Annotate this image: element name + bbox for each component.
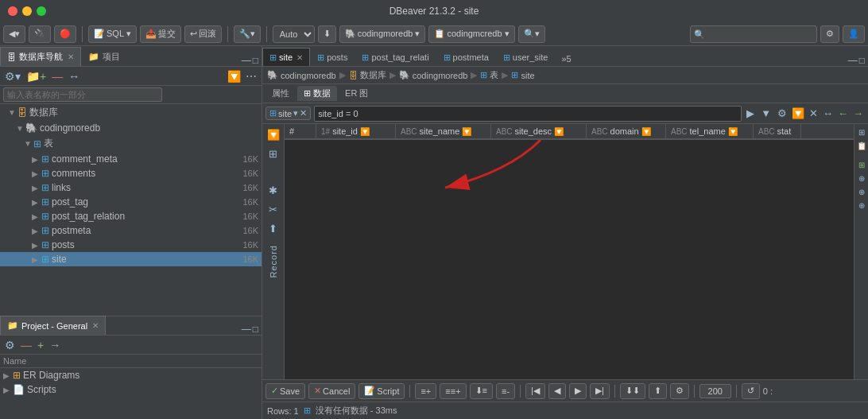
collapse-icon-2[interactable]: —: [242, 324, 251, 335]
filter-button[interactable]: 🔽: [226, 70, 242, 83]
table-search-input[interactable]: [3, 87, 162, 102]
col-filter-btn3[interactable]: ✕: [808, 107, 820, 119]
editor-tab-post_tag_relati[interactable]: ⊞ post_tag_relati: [355, 48, 436, 66]
tree-item-site[interactable]: ▶ ⊞ site 16K: [0, 252, 262, 266]
filter-clear-button[interactable]: ▼: [759, 107, 773, 119]
col-header-tel_name[interactable]: ABC tel_name 🔽: [666, 124, 754, 138]
rt-btn1[interactable]: ⊞: [856, 126, 867, 138]
sub-tab-data[interactable]: ⊞ 数据: [297, 86, 337, 101]
global-search-input[interactable]: [690, 25, 817, 43]
row-copy-button[interactable]: ⬇≡: [470, 383, 493, 399]
filter-tag-cond[interactable]: ✕: [300, 108, 307, 118]
project-tab-close[interactable]: ✕: [92, 321, 99, 330]
sidebar-copy-icon[interactable]: ✂: [265, 200, 282, 218]
nav-back-button[interactable]: ◀▾: [3, 25, 25, 43]
row-add2-button[interactable]: ≡≡+: [440, 383, 466, 399]
minimize-button[interactable]: [22, 6, 32, 16]
add-folder-button[interactable]: 📁+: [25, 70, 48, 83]
tree-item-links[interactable]: ▶ ⊞ links 16K: [0, 180, 262, 195]
tree-item-er-diagrams[interactable]: ▶ ⊞ ER Diagrams: [0, 368, 262, 382]
import-button[interactable]: ⚙: [670, 383, 689, 399]
tree-item-connection[interactable]: ▼ 🐘 codingmoredb: [0, 121, 262, 135]
extra-actions-button[interactable]: 🔍▾: [518, 25, 545, 43]
col-filter-btn5[interactable]: ←: [836, 107, 850, 119]
sidebar-add-row-icon[interactable]: ✱: [265, 181, 282, 199]
col-filter-btn4[interactable]: ↔: [821, 107, 835, 119]
domain-filter-icon[interactable]: 🔽: [641, 127, 651, 136]
tree-item-postmeta[interactable]: ▶ ⊞ postmeta 16K: [0, 223, 262, 238]
transaction-mode-select[interactable]: Auto: [273, 25, 315, 43]
sidebar-grid-icon[interactable]: ⊞: [265, 145, 282, 162]
save-button[interactable]: ✓ Save: [265, 383, 305, 399]
refresh-connection-button[interactable]: ↔: [67, 70, 81, 83]
site-tab-close[interactable]: ✕: [296, 53, 303, 62]
nav-last-button[interactable]: ▶|: [590, 383, 610, 399]
nav-first-button[interactable]: |◀: [525, 383, 545, 399]
editor-tab-posts[interactable]: ⊞ posts: [310, 48, 355, 66]
script-button[interactable]: 📝 Script: [358, 383, 405, 399]
tree-item-tables-folder[interactable]: ▼ ⊞ 表: [0, 135, 262, 152]
sub-tab-properties[interactable]: 属性: [265, 86, 296, 101]
export-button[interactable]: ⬆: [649, 383, 667, 399]
bc-item-db1[interactable]: 🐘 codingmoredb: [267, 70, 336, 80]
site_name-filter-icon[interactable]: 🔽: [462, 127, 471, 136]
col-filter-btn2[interactable]: 🔽: [790, 107, 806, 119]
nav-prev-button[interactable]: ◀: [548, 383, 566, 399]
sub-tab-er[interactable]: ER 图: [339, 86, 374, 101]
col-header-site_id[interactable]: 1# site_id 🔽: [316, 124, 396, 138]
more-button[interactable]: ⋯: [244, 70, 258, 83]
filter-tag-expand[interactable]: ▾: [293, 108, 298, 118]
col-filter-btn6[interactable]: →: [851, 107, 865, 119]
bc-item-tables[interactable]: ⊞ 表: [480, 69, 498, 81]
row-add-button[interactable]: ≡+: [415, 383, 436, 399]
close-button[interactable]: [8, 6, 17, 16]
rt-btn5[interactable]: ⊕: [856, 186, 867, 197]
tree-item-comment_meta[interactable]: ▶ ⊞ comment_meta 16K: [0, 152, 262, 166]
cancel-button[interactable]: ✕ Cancel: [308, 383, 355, 399]
tab-restore-icon[interactable]: □: [859, 55, 865, 66]
bc-item-db2[interactable]: 🐘 codingmoredb: [399, 70, 468, 80]
tree-item-posts[interactable]: ▶ ⊞ posts 16K: [0, 238, 262, 252]
filter-apply-button[interactable]: ▶: [745, 107, 756, 119]
user-avatar[interactable]: 👤: [843, 25, 865, 43]
tab-min-icon[interactable]: —: [848, 55, 858, 66]
bc-item-site[interactable]: ⊞ site: [511, 70, 534, 80]
refresh-button[interactable]: ↺: [742, 383, 760, 399]
project-settings-button[interactable]: ⚙: [3, 339, 17, 351]
sql-editor-button[interactable]: 📝 SQL ▾: [88, 25, 137, 43]
tree-item-databases[interactable]: ▼ 🗄 数据库: [0, 104, 262, 121]
tab-project[interactable]: 📁 项目: [81, 47, 127, 66]
db-nav-close[interactable]: ✕: [68, 52, 74, 61]
editor-tab-user_site[interactable]: ⊞ user_site: [496, 48, 556, 66]
database-selector[interactable]: 📋 codingmcredb ▾: [428, 25, 514, 43]
rt-btn6[interactable]: ⊕: [856, 200, 867, 211]
page-size-input[interactable]: [699, 384, 731, 398]
site_id-filter-icon[interactable]: 🔽: [360, 127, 370, 136]
disconnect-button[interactable]: 🔴: [54, 25, 76, 43]
project-add-button[interactable]: +: [36, 339, 45, 351]
restore-icon[interactable]: □: [253, 55, 258, 66]
project-remove-button[interactable]: —: [19, 339, 33, 351]
sync-button[interactable]: ⚙▾: [3, 70, 22, 83]
connection-selector[interactable]: 🐘 codingmoredb ▾: [339, 25, 426, 43]
col-header-site_desc[interactable]: ABC site_desc 🔽: [491, 124, 587, 138]
editor-tab-postmeta[interactable]: ⊞ postmeta: [436, 48, 496, 66]
rollback-button[interactable]: ↩ 回滚: [184, 25, 222, 43]
col-header-site_name[interactable]: ABC site_name 🔽: [396, 124, 491, 138]
tree-item-post_tag_relation[interactable]: ▶ ⊞ post_tag_relation 16K: [0, 209, 262, 223]
nav-forward-button[interactable]: 🔌: [29, 25, 51, 43]
maximize-button[interactable]: [37, 6, 46, 16]
remove-button[interactable]: —: [50, 70, 64, 83]
submit-button[interactable]: 📤 提交: [140, 25, 181, 43]
rt-btn3[interactable]: ⊞: [856, 159, 867, 170]
tab-project-general[interactable]: 📁 Project - General ✕: [0, 316, 106, 335]
editor-tab-more[interactable]: »5: [556, 52, 575, 66]
editor-tab-site[interactable]: ⊞ site ✕: [262, 48, 310, 66]
restore-icon-2[interactable]: □: [253, 324, 258, 335]
nav-next-button[interactable]: ▶: [569, 383, 587, 399]
tel_name-filter-icon[interactable]: 🔽: [728, 127, 738, 136]
rt-btn4[interactable]: ⊕: [856, 173, 867, 184]
project-nav-button[interactable]: →: [48, 339, 62, 351]
tree-item-scripts[interactable]: ▶ 📄 Scripts: [0, 382, 262, 397]
bc-item-dbs[interactable]: 🗄 数据库: [349, 69, 386, 81]
